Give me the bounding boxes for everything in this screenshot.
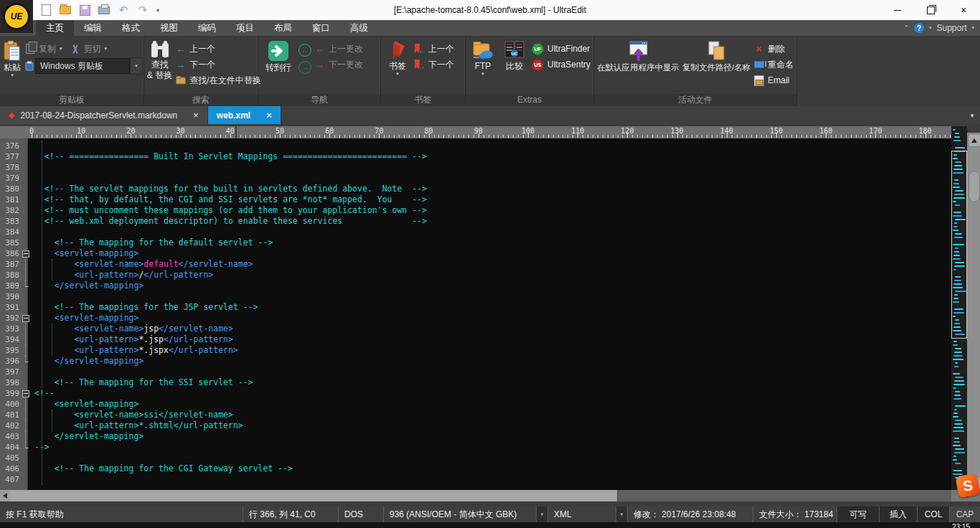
status-caps-indicator[interactable]: CAP (949, 506, 980, 522)
code-row-402[interactable]: 402 <url-pattern>*.shtml</url-pattern> (0, 420, 951, 431)
menu-tab-项目[interactable]: 项目 (226, 20, 264, 36)
code-row-397[interactable]: 397 (0, 367, 951, 377)
redo-icon[interactable]: ↷ (137, 4, 149, 16)
rename-file-button[interactable]: 重命名 (753, 58, 793, 71)
code-row-395[interactable]: 395 <url-pattern>*.jspx</url-pattern> (0, 345, 951, 356)
code-row-382[interactable]: 382 <!-- must uncomment these mappings (… (0, 205, 951, 216)
maximize-button[interactable] (914, 0, 947, 20)
save-icon[interactable] (79, 4, 90, 16)
scroll-left-button[interactable] (0, 490, 10, 501)
code-row-404[interactable]: 404--> (0, 442, 951, 453)
code-row-379[interactable]: 379 (0, 173, 951, 184)
bookmark-next-button[interactable]: → 下一个 (414, 58, 454, 71)
status-writable-toggle[interactable]: 可写 (837, 506, 879, 522)
tab-close-icon[interactable]: × (193, 110, 199, 121)
ftp-button[interactable]: FTP ▾ (468, 39, 497, 94)
code-row-385[interactable]: 385 <!-- The mapping for the default ser… (0, 237, 951, 248)
vertical-scroll-thumb[interactable] (969, 171, 980, 202)
open-file-icon[interactable] (60, 4, 71, 16)
code-row-391[interactable]: 391 <!-- The mappings for the JSP servle… (0, 302, 951, 313)
status-syntax[interactable]: XML (547, 506, 616, 522)
app-logo[interactable]: UE (0, 0, 33, 33)
code-row-399[interactable]: 399<!-- (0, 388, 951, 399)
menu-tab-编辑[interactable]: 编辑 (74, 20, 112, 36)
encoding-dropdown-icon[interactable]: ▾ (536, 506, 547, 522)
code-row-390[interactable]: 390 (0, 291, 951, 302)
menu-tab-高级[interactable]: 高级 (340, 20, 378, 36)
menu-tab-格式[interactable]: 格式 (112, 20, 150, 36)
find-in-files-button[interactable]: 查找/在文件中替换 (175, 74, 260, 87)
compare-button[interactable]: UC 比较 (500, 39, 529, 94)
minimize-button[interactable] (881, 0, 914, 20)
prev-change-button[interactable]: ← 上一更改 (314, 42, 363, 55)
support-dropdown-icon[interactable]: ▾ (971, 25, 974, 31)
copy-button[interactable]: 复制 ▾ (24, 42, 62, 55)
fold-collapse-icon[interactable] (22, 250, 29, 258)
code-row-387[interactable]: 387 <servlet-name>default</servlet-name> (0, 259, 951, 270)
undo-icon[interactable]: ↶ (118, 4, 129, 16)
file-tab-webxml[interactable]: web.xml × (208, 106, 281, 124)
status-line-ending[interactable]: DOS (338, 506, 383, 522)
menu-tab-编码[interactable]: 编码 (188, 20, 226, 36)
file-tab-markdown[interactable]: ◆ 2017-08-24-DispatcherServlet.markdown … (0, 106, 208, 124)
new-file-icon[interactable] (40, 4, 52, 16)
show-in-default-app-button[interactable]: 在默认应用程序中显示 (597, 39, 679, 94)
code-row-401[interactable]: 401 <servlet-name>ssi</servlet-name> (0, 410, 951, 420)
scroll-up-button[interactable] (968, 133, 980, 147)
code-row-383[interactable]: 383 <!-- web.xml deployment descriptor) … (0, 216, 951, 227)
find-replace-button[interactable]: 查找 & 替换 (147, 39, 172, 94)
syntax-dropdown-icon[interactable]: ▾ (616, 506, 627, 522)
map-viewport[interactable] (951, 151, 967, 339)
menu-tab-布局[interactable]: 布局 (264, 20, 302, 36)
vertical-scrollbar[interactable] (967, 126, 980, 501)
clipboard-select-dropdown[interactable]: ▾ (130, 57, 143, 75)
horizontal-scroll-thumb[interactable] (10, 490, 617, 501)
code-row-378[interactable]: 378 (0, 162, 951, 173)
nav-back-button[interactable]: ← (298, 44, 311, 57)
code-row-403[interactable]: 403 </servlet-mapping> (0, 431, 951, 442)
code-row-388[interactable]: 388 <url-pattern>/</url-pattern> (0, 270, 951, 280)
collapse-ribbon-icon[interactable]: ⌃ (903, 24, 909, 32)
code-row-380[interactable]: 380 <!-- The servlet mappings for the bu… (0, 184, 951, 194)
tab-close-icon[interactable]: × (266, 110, 272, 121)
code-row-398[interactable]: 398 <!-- The mapping for the SSI servlet… (0, 377, 951, 388)
help-dropdown-icon[interactable]: ▾ (929, 25, 932, 31)
tab-list-dropdown-icon[interactable]: ▼ (969, 113, 975, 119)
code-row-407[interactable]: 407 (0, 474, 951, 485)
goto-line-button[interactable]: 转到行 (261, 39, 296, 94)
paste-button[interactable]: 粘贴 ▾ (3, 39, 22, 94)
ultrafinder-button[interactable]: UF UltraFinder (532, 42, 590, 55)
code-row-386[interactable]: 386 <servlet-mapping> (0, 248, 951, 259)
code-row-392[interactable]: 392 <servlet-mapping> (0, 313, 951, 324)
support-menu[interactable]: Support (936, 23, 966, 33)
help-icon[interactable]: ? (914, 23, 924, 33)
code-row-400[interactable]: 400 <servlet-mapping> (0, 399, 951, 410)
menu-tab-视图[interactable]: 视图 (150, 20, 188, 36)
fold-collapse-icon[interactable] (22, 315, 29, 322)
status-insert-toggle[interactable]: 插入 (879, 506, 917, 522)
code-row-384[interactable]: 384 (0, 227, 951, 237)
qat-customize-icon[interactable]: ▾ (156, 7, 159, 14)
copy-file-path-button[interactable]: 复制文件路径/名称 (682, 39, 750, 94)
code-row-394[interactable]: 394 <url-pattern>*.jsp</url-pattern> (0, 334, 951, 345)
edit-area[interactable]: 376377 <!-- ================ Built In Se… (0, 138, 951, 490)
horizontal-scrollbar[interactable] (0, 490, 951, 501)
bookmark-prev-button[interactable]: ← 上一个 (414, 42, 454, 55)
status-col-mode[interactable]: COL (917, 506, 949, 522)
menu-tab-窗口[interactable]: 窗口 (302, 20, 340, 36)
next-change-button[interactable]: → 下一更改 (314, 58, 363, 71)
ime-badge-icon[interactable]: S (956, 473, 980, 499)
cut-button[interactable]: 剪切 ▾ (70, 42, 108, 55)
code-row-406[interactable]: 406 <!-- The mapping for the CGI Gateway… (0, 463, 951, 474)
code-row-396[interactable]: 396 </servlet-mapping> (0, 356, 951, 367)
fold-toggle[interactable] (22, 313, 30, 324)
code-row-381[interactable]: 381 <!-- that, by default, the CGI and S… (0, 194, 951, 205)
find-next-button[interactable]: → 下一个 (175, 58, 260, 71)
status-encoding[interactable]: 936 (ANSI/OEM - 简体中文 GBK) (383, 506, 536, 522)
fold-toggle[interactable] (22, 248, 30, 259)
print-icon[interactable] (98, 4, 110, 16)
clipboard-select-value[interactable]: Windows 剪贴板 (35, 58, 130, 74)
bookmark-button[interactable]: 书签 ▾ (384, 39, 411, 94)
nav-forward-button[interactable]: → (298, 61, 311, 74)
close-button[interactable]: × (947, 0, 980, 20)
